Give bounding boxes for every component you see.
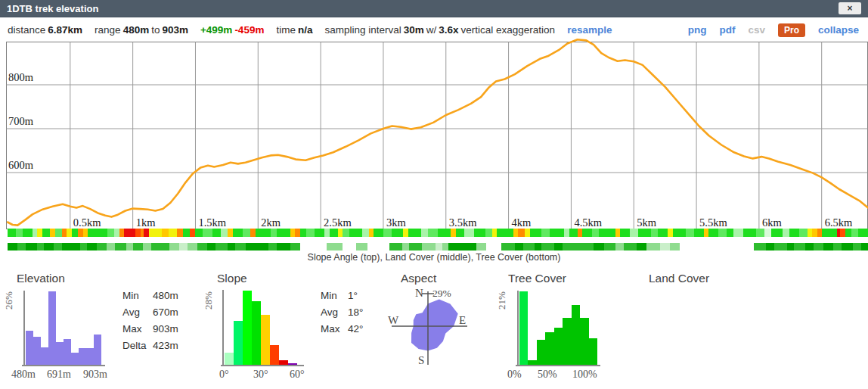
x-tick-label: 6km: [762, 216, 783, 229]
histogram-bar: [519, 291, 528, 365]
elevation-xtick-min: 480m: [11, 369, 36, 381]
strip-segment: [853, 243, 861, 251]
close-icon[interactable]: ×: [839, 2, 861, 14]
strip-segment: [17, 243, 26, 251]
elevation-xtick-mid: 691m: [47, 369, 71, 381]
strip-segment: [766, 243, 774, 251]
strip-segment: [44, 243, 54, 251]
aspect-west-label: W: [388, 314, 399, 326]
strip-segment: [518, 229, 525, 237]
x-tick-label: 3.5km: [449, 216, 477, 229]
strip-segment: [794, 243, 805, 251]
strip-segment: [409, 243, 422, 251]
strip-segment: [161, 243, 169, 251]
stat-label: Max: [321, 323, 348, 340]
x-tick-label: 5km: [637, 216, 657, 229]
histogram-bar: [225, 353, 234, 365]
strip-segment: [829, 229, 837, 237]
histogram-bar: [64, 339, 71, 365]
slope-ymax-label: 28%: [203, 291, 214, 310]
strip-segment: [581, 243, 594, 251]
strip-segment: [799, 229, 808, 237]
stat-label: Min: [321, 290, 348, 307]
strip-segment: [485, 229, 492, 237]
strip-segment: [203, 229, 212, 237]
strip-segment: [845, 229, 852, 237]
stat-value: 670m: [153, 307, 178, 323]
slope-stats: Min1°Avg18°Max42°: [321, 290, 363, 340]
strip-segment: [774, 243, 787, 251]
window-title: 1DTB trek elevation: [7, 3, 98, 14]
strip-segment: [771, 229, 783, 237]
strip-segment: [54, 243, 62, 251]
strip-segment: [658, 229, 668, 237]
strip-segment: [438, 229, 451, 237]
histogram-bar: [252, 301, 261, 365]
strip-segment: [554, 243, 563, 251]
strip-segment: [215, 243, 227, 251]
histogram-bar: [563, 318, 571, 365]
slope-xtick-min: 0°: [219, 369, 229, 381]
strip-segment: [515, 243, 523, 251]
x-tick-label: 6.5km: [825, 216, 853, 229]
strip-segment: [402, 243, 409, 251]
stat-value: 18°: [348, 307, 363, 323]
strip-segment: [861, 243, 868, 251]
strip-segment: [624, 243, 637, 251]
tree-cover-xtick-max: 100%: [572, 369, 597, 381]
strip-segment: [42, 229, 51, 237]
strip-segment: [733, 229, 743, 237]
y-tick-label: 600m: [8, 159, 34, 171]
elevation-stats: Min480mAvg670mMax903mDelta423m: [122, 290, 178, 356]
histogram-bar: [94, 335, 101, 365]
strip-segment: [523, 243, 535, 251]
strip-segment: [37, 243, 44, 251]
histogram-bar: [554, 328, 563, 365]
strip-segment: [169, 229, 177, 237]
slope-angle-strip: [8, 229, 868, 237]
strip-segment: [143, 243, 151, 251]
strip-segment: [228, 243, 236, 251]
slope-panel-title: Slope: [217, 272, 247, 285]
aspect-east-label: E: [459, 314, 466, 326]
strip-segment: [268, 243, 277, 251]
stat-row: Max42°: [321, 323, 363, 340]
strip-segment: [421, 229, 428, 237]
strip-segment: [290, 243, 300, 251]
land-cover-panel-title: Land Cover: [649, 272, 709, 285]
strip-segment: [271, 229, 277, 237]
strip-segment: [474, 229, 485, 237]
strip-segment: [343, 229, 349, 237]
stat-row: Avg670m: [122, 307, 178, 323]
x-tick-label: 2.5km: [324, 216, 352, 229]
stat-label: Delta: [122, 340, 153, 356]
strip-segment: [708, 229, 718, 237]
stat-row: Delta423m: [122, 340, 178, 356]
strip-segment: [356, 243, 367, 251]
tree-cover-ymax-label: 21%: [497, 291, 507, 310]
strip-segment: [392, 229, 403, 237]
elevation-x-axis: [22, 365, 105, 366]
strip-segment: [630, 229, 638, 237]
strip-segment: [408, 229, 421, 237]
strip-segment: [497, 229, 513, 237]
strip-segment: [383, 229, 392, 237]
strip-segment: [727, 229, 733, 237]
strip-segment: [783, 229, 789, 237]
elevation-profile-chart[interactable]: 0.5km1km1.5km2km2.5km3km3.5km4km4.5km5km…: [0, 32, 868, 230]
strip-segment: [833, 243, 842, 251]
tree-cover-xtick-min: 0%: [507, 369, 522, 381]
strip-segment: [442, 243, 449, 251]
elevation-histogram: [26, 291, 101, 365]
strip-segment: [107, 243, 115, 251]
trek-elevation-window: 1DTB trek elevation × distance6.87km ran…: [0, 0, 868, 389]
histogram-bar: [41, 347, 48, 365]
strip-segment: [133, 243, 143, 251]
strip-segment: [256, 229, 262, 237]
strip-segment: [660, 243, 670, 251]
histogram-bar: [79, 348, 86, 365]
strip-segment: [23, 229, 33, 237]
strip-segment: [95, 229, 107, 237]
strip-segment: [72, 243, 80, 251]
land-cover-strip: [8, 237, 868, 243]
